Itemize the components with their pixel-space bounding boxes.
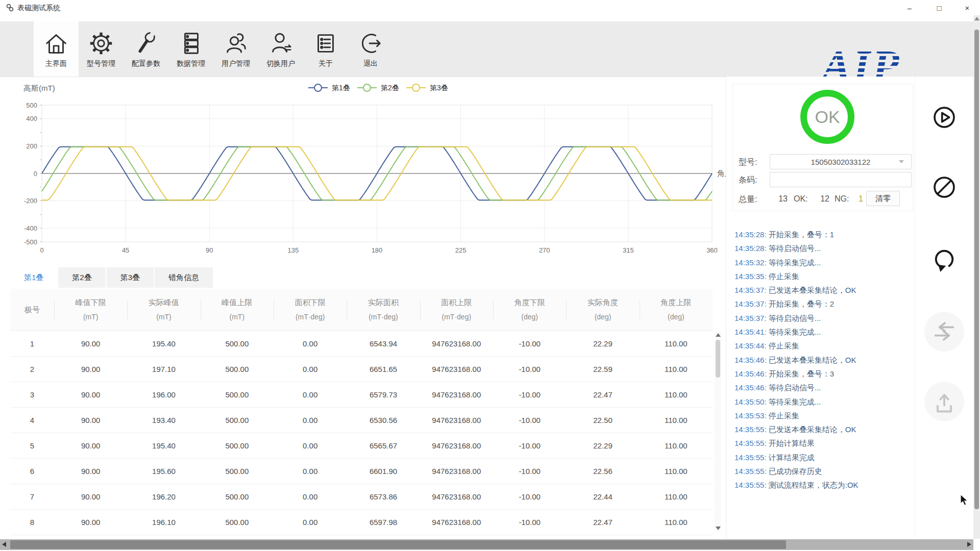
close-button[interactable]: × [954,0,980,15]
legend-item[interactable]: 第1叠 [308,84,350,92]
log-line: 14:35:50: 等待采集完成... [734,395,913,409]
toolbar-item-4[interactable]: 数据管理 [168,21,213,77]
model-select[interactable] [770,154,912,169]
table-cell: 0.00 [274,441,347,450]
table-cell: 22.47 [566,390,639,399]
toolbar-item-2[interactable]: 型号管理 [79,21,124,77]
log-line: 14:35:55: 已成功保存历史 [734,464,913,478]
table-row[interactable]: 790.00196.20500.000.006573.86947623168.0… [10,484,713,510]
legend-item[interactable]: 第3叠 [406,84,448,92]
results-table: 极号峰值下限(mT)实际峰值(mT)峰值上限(mT)面积下限(mT·deg)实际… [10,289,713,535]
table-cell: 22.59 [566,365,639,373]
total-label: 总量: [739,194,757,205]
column-header: 实际面积(mT·deg) [347,289,420,331]
minimize-button[interactable]: – [897,0,922,15]
table-row[interactable]: 190.00195.40500.000.006543.94947623168.0… [10,331,713,357]
chevron-down-icon[interactable] [899,160,904,163]
table-cell: 196.00 [127,390,200,399]
table-cell: 7 [10,492,54,501]
tab-4[interactable]: 错角信息 [155,267,213,288]
about-icon [312,30,339,57]
maximize-button[interactable]: □ [926,0,952,15]
table-cell: 6565.67 [347,441,420,450]
horizontal-scroll-thumb[interactable] [10,540,786,549]
table-cell: 6597.98 [347,518,420,527]
table-cell: 90.00 [54,467,127,475]
table-cell: 0.00 [274,492,347,501]
table-row[interactable]: 290.00197.10500.000.006651.65947623168.0… [10,357,713,382]
window-vertical-scrollbar[interactable] [973,15,980,539]
barcode-input[interactable] [770,172,912,187]
swap-icon [931,318,958,345]
table-scrollbar[interactable] [715,332,721,532]
table-cell: 947623168.00 [420,441,493,450]
toolbar-item-8[interactable]: 退出 [348,21,393,77]
retry-button[interactable] [930,245,959,273]
tab-2[interactable]: 第2叠 [58,267,105,288]
table-cell: 6601.90 [347,467,420,475]
scroll-right-icon[interactable] [967,542,971,547]
table-cell: -10.00 [493,441,566,450]
toolbar-item-label: 退出 [363,59,378,68]
start-button[interactable] [930,103,959,132]
mouse-cursor [959,494,970,506]
toolbar-item-label: 配置参数 [132,59,160,68]
legend-item[interactable]: 第2叠 [357,84,399,92]
table-row[interactable]: 590.00195.40500.000.006565.67947623168.0… [10,433,713,459]
table-cell: 5 [10,441,54,450]
table-cell: 947623168.00 [420,365,493,373]
table-row[interactable]: 490.00193.40500.000.006530.56947623168.0… [10,408,713,433]
table-cell: 6 [10,467,54,475]
scroll-left-icon[interactable] [2,542,6,547]
log-line: 14:35:41: 等待采集完成... [734,325,913,339]
toolbar-item-5[interactable]: 用户管理 [213,21,258,77]
table-cell: -10.00 [493,518,566,527]
table-cell: 110.00 [640,365,713,373]
barcode-label: 条码: [739,175,757,186]
database-icon [177,30,205,57]
table-cell: -10.00 [493,467,566,475]
table-cell: 22.29 [566,441,639,450]
svg-text:0: 0 [40,246,43,254]
log-line: 14:35:53: 停止采集 [734,409,913,422]
window-horizontal-scrollbar[interactable] [0,539,973,550]
titlebar: 表磁测试系统 – □ × [0,0,980,15]
scroll-up-icon[interactable] [974,17,979,20]
table-row[interactable]: 690.00195.60500.000.006601.90947623168.0… [10,459,713,484]
log-line: 14:35:35: 停止采集 [734,269,913,283]
table-scroll-up-icon[interactable] [716,333,721,337]
total-value: 13 [771,194,788,204]
vertical-scroll-thumb[interactable] [974,30,979,509]
table-scroll-thumb[interactable] [716,340,720,378]
table-cell: 110.00 [640,390,713,399]
table-cell: -10.00 [493,390,566,399]
toolbar-item-3[interactable]: 配置参数 [124,21,168,77]
table-cell: 2 [10,365,54,373]
table-cell: 500.00 [201,339,274,348]
table-cell: 0.00 [274,365,347,373]
toolbar-item-1[interactable]: 主界面 [34,21,79,77]
toolbar-item-6[interactable]: 切换用户 [258,21,303,77]
table-scroll-down-icon[interactable] [716,527,721,530]
toolbar-item-7[interactable]: 关于 [303,21,348,77]
tab-3[interactable]: 第3叠 [107,267,154,288]
table-cell: 500.00 [201,467,274,475]
svg-text:360: 360 [706,246,718,254]
stop-button[interactable] [930,173,959,202]
tab-1[interactable]: 第1叠 [10,267,57,288]
table-cell: 500.00 [201,416,274,424]
table-cell: 1 [10,339,54,348]
clear-button[interactable]: 清零 [866,191,900,206]
transfer-button[interactable] [924,312,964,352]
exit-icon [357,30,384,57]
upload-button[interactable] [924,382,964,421]
result-indicator: OK [800,90,854,144]
log-line: 14:35:44: 停止采集 [734,339,913,353]
stack-tabs: 第1叠第2叠第3叠错角信息 [10,267,213,288]
table-row[interactable]: 890.00196.10500.000.006597.98947623168.0… [10,510,713,535]
table-cell: 947623168.00 [420,467,493,475]
table-cell: 90.00 [54,441,127,450]
table-cell: 500.00 [201,390,274,399]
table-row[interactable]: 390.00196.00500.000.006579.73947623168.0… [10,382,713,408]
status-panel: OK 型号: 条码: 总量: 13 OK: 12 NG: 1 清零 14:35:… [726,77,915,539]
